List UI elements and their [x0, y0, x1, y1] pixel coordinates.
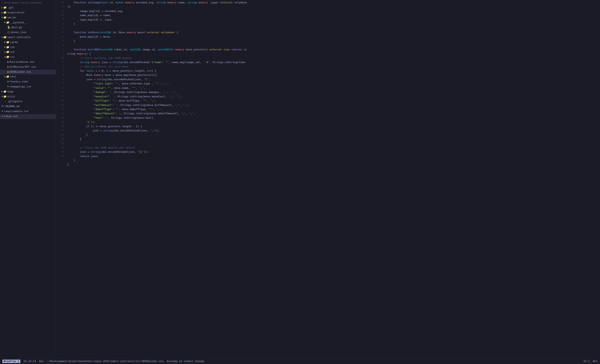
folder-icon: 📁 [3, 36, 7, 40]
sidebar-item-label: __pycache__ [10, 21, 27, 25]
sidebar-item-svgs[interactable]: ▶ 📁 svgs [0, 89, 56, 94]
toml-icon: ⚙ [7, 80, 9, 84]
folder-icon: 📁 [6, 40, 9, 45]
file-icon: {} [7, 30, 10, 35]
sidebar-item-main-py[interactable]: 🐍 main.py [0, 25, 56, 30]
sidebar-item-lib[interactable]: ▶ 📁 lib [0, 45, 56, 50]
line-num: 7 [56, 26, 64, 30]
sidebar-item-ethmonster[interactable]: ◆ EthMonsterNFT.sol [0, 65, 56, 70]
code-line: '"manaCost": ', Strings.toString(move.ma… [66, 94, 600, 99]
sidebar-item-label: tokyo.txt [4, 115, 18, 119]
code-line: '"buffAmount": ', Strings.toString(move.… [66, 103, 600, 107]
code-line: '"damage": ', Strings.toString(move.dama… [66, 90, 600, 94]
txt-icon: ≡ [7, 85, 9, 89]
sidebar-item-readme[interactable]: M↓ README.md [0, 104, 56, 109]
code-line: Move memory move = move_map[move_pointer… [66, 73, 600, 77]
code-line: json = string(abi.encodePacked(json, ','… [66, 128, 600, 133]
sidebar-item-label: AuctionHouse.sol [9, 60, 35, 64]
sidebar-path: ~/Development/atlas/hackatho [0, 1, 56, 5]
code-line: move_map[id] = move; [66, 35, 600, 39]
arrow-icon: ▼ [2, 16, 3, 19]
status-right: 52,1 Bot [583, 360, 598, 363]
line-numbers: 13 12 11 10 9 8 7 6 5 4 3 2 1 52 1 2 3 4… [56, 0, 66, 358]
line-num: 6 [56, 82, 64, 86]
code-line: '"value": "', move.name, '"', ',', [66, 86, 600, 90]
path-label: ~/Development/atlas/hackatho [2, 1, 42, 5]
sidebar-item-uribuilder[interactable]: ◆ URIBuilder.sol [0, 70, 56, 75]
code-line: for (uint i = 0; i < move_pointers.lengt… [66, 69, 600, 73]
code-line: '"trait_type": "', move.ethermon_type , … [66, 82, 600, 86]
line-num: 5 [56, 35, 64, 39]
sidebar-item-smart-contracts[interactable]: ▼ 📁 smart-contracts [0, 35, 56, 40]
code-line: // Close the JSON object and return [66, 146, 600, 150]
code-line: type_map[id] = _type; [66, 18, 600, 22]
code-line: string memory json = string(abi.encodePa… [66, 60, 600, 64]
folder-icon: 📁 [3, 6, 7, 10]
folder-icon: 📁 [6, 21, 9, 25]
code-line: } [66, 39, 600, 43]
sidebar-item-label: requirements.txt [4, 109, 29, 114]
line-num: 15 [56, 120, 64, 124]
sidebar-item-label: server [7, 16, 17, 20]
code-line: if (i != move_pointers.length - 1) { [66, 124, 600, 128]
line-num: 12 [56, 107, 64, 111]
sidebar-item-label: utils [7, 95, 15, 99]
sidebar-item-foundry[interactable]: ⚙ foundry.toml [0, 80, 56, 84]
sidebar-item-git[interactable]: ▶ 📁 .git [0, 5, 56, 10]
line-num: 19 [56, 137, 64, 141]
line-num: 4 [56, 73, 64, 77]
line-num: 18 [56, 133, 64, 137]
folder-icon: 📁 [6, 75, 9, 79]
sidebar-item-cache[interactable]: ▶ 📁 cache [0, 40, 56, 45]
line-num: 8 [56, 22, 64, 26]
sidebar-item-pycache[interactable]: ▶ 📁 __pycache__ [0, 20, 56, 25]
sidebar: ~/Development/atlas/hackatho ▶ 📁 .git ▶ … [0, 0, 56, 358]
code-line: '}')); [66, 120, 600, 124]
code-line: json = string(abi.encodePacked(json, '{'… [66, 77, 600, 82]
sidebar-item-requirements[interactable]: ≡ requirements.txt [0, 109, 56, 114]
line-num: 9 [56, 94, 64, 99]
arrow-icon: ▶ [2, 11, 3, 15]
line-num: 1 [56, 52, 64, 56]
sidebar-item-src[interactable]: ▼ 📁 src [0, 55, 56, 60]
status-line-col: 52,1 [583, 360, 590, 363]
sidebar-item-label: README.md [6, 105, 19, 109]
code-content: 13 12 11 10 9 8 7 6 5 4 3 2 1 52 1 2 3 4… [56, 0, 600, 358]
line-num: 11 [56, 103, 64, 107]
line-num: 6 [56, 30, 64, 35]
sidebar-item-label: main.py [11, 26, 22, 30]
arrow-icon: ▼ [2, 95, 3, 99]
sidebar-item-test[interactable]: ▶ 📁 test [0, 74, 56, 80]
arrow-icon: ▶ [4, 51, 6, 54]
sidebar-item-server[interactable]: ▼ 📁 server [0, 15, 56, 20]
sidebar-item-moves-json[interactable]: {} moves.json [0, 30, 56, 35]
sidebar-item-inspiration[interactable]: ▶ 📁 inspiration [0, 10, 56, 15]
code-line: '"debuffType": "', move.debuffType, '"',… [66, 107, 600, 111]
sidebar-item-remappings[interactable]: ≡ remappings.txt [0, 84, 56, 89]
sidebar-item-utils[interactable]: ▼ 📁 utils [0, 94, 56, 99]
sidebar-item-gitignore[interactable]: ◇ .gitignore [0, 99, 56, 104]
code-line [66, 141, 600, 145]
status-bot-label: Bot [593, 360, 598, 363]
line-num: 4 [56, 39, 64, 43]
md-icon: M↓ [2, 105, 5, 109]
sidebar-item-out[interactable]: ▶ 📁 out [0, 50, 56, 55]
sol-icon: ◆ [7, 65, 9, 69]
arrow-icon: ▶ [4, 21, 6, 25]
line-num: 13 [56, 111, 64, 116]
arrow-icon: ▶ [4, 41, 6, 44]
sol-icon: ◆ [7, 70, 9, 74]
line-num: 3 [56, 69, 64, 73]
code-line: return json; [66, 154, 600, 158]
sidebar-item-label: smart-contracts [7, 36, 31, 40]
arrow-icon: ▶ [2, 90, 3, 94]
file-icon: ◇ [4, 100, 6, 104]
main-container: ~/Development/atlas/hackatho ▶ 📁 .git ▶ … [0, 0, 600, 358]
status-mode: NvimTree_1 [2, 360, 20, 363]
code-line: } [66, 158, 600, 163]
code-line: '"heal": ', Strings.toString(move.heal), [66, 116, 600, 120]
sidebar-item-tokyo[interactable]: ≡ tokyo.txt [0, 114, 56, 119]
sidebar-item-auctionhouse[interactable]: ◆ AuctionHouse.sol [0, 60, 56, 65]
code-line: // Add attributes for each move [66, 64, 600, 69]
code-line: } [66, 133, 600, 137]
